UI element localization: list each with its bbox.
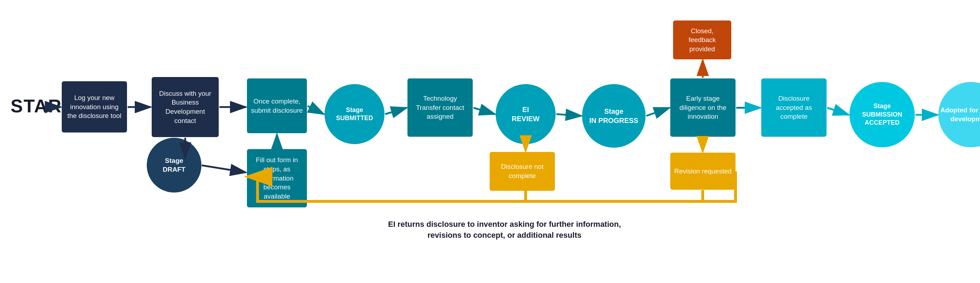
- circle-stage-draft: Stage DRAFT: [147, 138, 201, 193]
- circle-stage-submission-accepted: Stage SUBMISSION ACCEPTED: [850, 82, 915, 147]
- box-tech-transfer: Technology Transfer contact assigned: [407, 78, 473, 137]
- svg-line-16: [646, 108, 670, 116]
- box-revision-requested: Revision requested: [670, 153, 735, 190]
- box-log-innovation: Log your new innovation using the disclo…: [62, 81, 127, 133]
- box-fill-out: Fill out form in steps, as information b…: [247, 149, 307, 207]
- svg-line-18: [827, 108, 849, 115]
- diagram-container: START Log your new innovation using the …: [0, 0, 980, 283]
- box-once-complete: Once complete, submit disclosure: [247, 78, 307, 133]
- svg-line-14: [473, 108, 495, 114]
- circle-stage-submitted: Stage SUBMITTED: [325, 84, 385, 144]
- svg-line-13: [385, 108, 407, 114]
- svg-line-12: [308, 106, 324, 114]
- box-discuss-bd: Discuss with your Business Development c…: [152, 77, 219, 137]
- svg-line-15: [556, 114, 581, 116]
- circle-stage-in-progress: Stage IN PROGRESS: [582, 84, 646, 148]
- bottom-text: EI returns disclosure to inventor asking…: [258, 219, 751, 241]
- circle-adopted: Adopted for further development: [939, 82, 980, 147]
- box-early-stage: Early stage diligence on the innovation: [670, 78, 735, 137]
- box-disclosure-accepted: Disclosure accepted as complete: [761, 78, 827, 137]
- box-disclosure-not-complete: Disclosure not complete: [490, 152, 555, 191]
- svg-line-10: [202, 165, 246, 173]
- circle-ei-review: EI REVIEW: [496, 84, 555, 144]
- box-closed-feedback: Closed, feedback provided: [673, 21, 731, 59]
